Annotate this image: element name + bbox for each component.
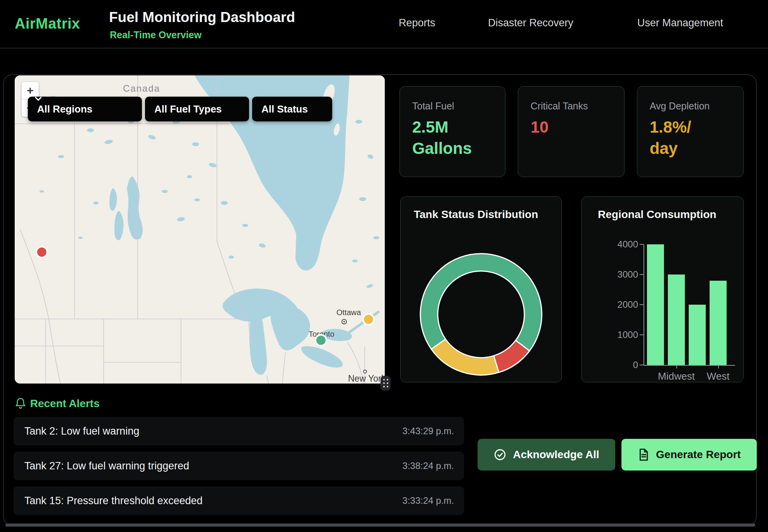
fuel-type-filter-select[interactable]: All Fuel Types [145, 97, 249, 121]
bar-slot [689, 244, 706, 365]
stat-value-line: Gallons [412, 139, 472, 157]
report-file-icon [637, 448, 650, 461]
bar-slot: West [710, 244, 727, 365]
status-filter-select[interactable]: All Status [252, 97, 332, 121]
bar-slot: Midwest [668, 244, 685, 365]
y-tick-label: 0 [633, 360, 638, 370]
alert-text: Tank 2: Low fuel warning [24, 425, 139, 437]
nav-user-management[interactable]: User Management [637, 17, 723, 29]
page-subtitle: Real-Time Overview [110, 29, 201, 41]
acknowledge-all-button[interactable]: Acknowledge All [478, 439, 615, 471]
generate-report-label: Generate Report [656, 448, 741, 461]
region-filter-select[interactable]: All Regions [28, 97, 142, 121]
stat-card-critical-tanks: Critical Tanks 10 [518, 86, 625, 177]
stat-label: Avg Depletion [650, 101, 710, 112]
horizontal-scrollbar[interactable] [5, 523, 755, 527]
bell-icon [15, 397, 26, 410]
donut-segment-warning[interactable] [431, 339, 499, 375]
check-circle-icon [493, 448, 507, 461]
acknowledge-all-label: Acknowledge All [513, 448, 599, 461]
tank-status-donut-chart[interactable] [401, 197, 562, 383]
region-filter-value: All Regions [37, 103, 92, 115]
stat-value-line: 1.8%/ [650, 118, 691, 136]
regional-consumption-bar-chart[interactable]: MidwestWest [643, 244, 735, 366]
consumption-bar[interactable] [689, 305, 706, 365]
tank-marker-normal[interactable] [315, 334, 327, 346]
alert-text: Tank 15: Pressure threshold exceeded [24, 495, 203, 507]
x-tick-label: West [707, 370, 730, 382]
nav-reports[interactable]: Reports [399, 17, 435, 29]
nav-disaster-recovery[interactable]: Disaster Recovery [488, 17, 573, 29]
map-markers-layer [15, 75, 385, 384]
map-filterbar: All Regions All Fuel Types All Status [28, 97, 332, 121]
alert-timestamp: 3:38:24 p.m. [403, 460, 454, 471]
alert-timestamp: 3:33:24 p.m. [403, 495, 454, 506]
status-filter-value: All Status [261, 103, 308, 115]
consumption-bar[interactable] [647, 244, 664, 365]
stat-label: Critical Tanks [531, 101, 588, 112]
tank-marker-warning[interactable] [362, 313, 375, 326]
stat-value-line: 10 [531, 118, 549, 136]
alert-list-item: Tank 15: Pressure threshold exceeded 3:3… [14, 486, 464, 515]
stat-card-total-fuel: Total Fuel 2.5M Gallons [399, 86, 505, 177]
consumption-bar[interactable] [710, 281, 727, 365]
stat-value-line: 2.5M [412, 118, 448, 136]
tank-marker-critical[interactable] [36, 246, 48, 258]
bar-chart-y-axis-labels: 4000 3000 2000 1000 0 [597, 239, 638, 370]
app-logo: AirMatrix [15, 15, 80, 32]
y-tick-label: 2000 [618, 299, 638, 310]
chart-title: Regional Consumption [598, 208, 716, 221]
alert-timestamp: 3:43:29 p.m. [403, 426, 454, 437]
x-tick-label: Midwest [658, 370, 695, 382]
fuel-map[interactable]: Canada Ottawa Toronto New York + − All R… [15, 75, 385, 384]
stat-value-line: day [650, 139, 678, 157]
donut-segment-normal[interactable] [420, 254, 542, 351]
bars-layer: MidwestWest [647, 244, 727, 365]
y-tick-label: 1000 [618, 329, 638, 340]
y-tick-label: 3000 [618, 269, 638, 280]
alert-text: Tank 27: Low fuel warning triggered [24, 460, 189, 472]
y-tick-label: 4000 [618, 239, 638, 250]
page-title: Fuel Monitoring Dashboard [109, 9, 295, 26]
app-header: AirMatrix Fuel Monitoring Dashboard Real… [0, 0, 768, 49]
bar-slot [647, 244, 664, 365]
generate-report-button[interactable]: Generate Report [621, 439, 757, 471]
regional-consumption-card: Regional Consumption 4000 3000 2000 1000… [581, 196, 744, 382]
alerts-section-title: Recent Alerts [30, 397, 99, 410]
stat-card-avg-depletion: Avg Depletion 1.8%/ day [637, 86, 744, 177]
tank-status-card: Tank Status Distribution [400, 196, 562, 382]
consumption-bar[interactable] [668, 275, 685, 365]
map-resize-handle[interactable] [381, 376, 391, 390]
alert-list-item: Tank 27: Low fuel warning triggered 3:38… [14, 452, 464, 480]
fuel-type-filter-value: All Fuel Types [154, 103, 222, 115]
stat-label: Total Fuel [412, 101, 454, 112]
chevron-down-icon [35, 97, 42, 101]
alert-list-item: Tank 2: Low fuel warning 3:43:29 p.m. [14, 417, 464, 445]
